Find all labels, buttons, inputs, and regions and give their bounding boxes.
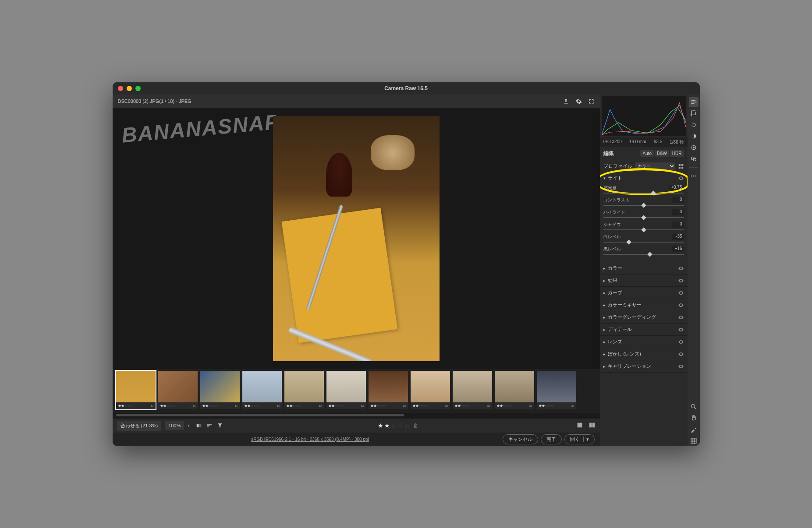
visibility-eye-icon[interactable] (678, 351, 684, 357)
slider-value[interactable]: +0.75 (669, 185, 684, 191)
slider-value[interactable]: 0 (672, 222, 684, 228)
filmstrip-thumb[interactable]: ★★☆☆☆≋ (200, 371, 240, 409)
section-blur: ▸ぼかし (レンズ) (600, 348, 688, 360)
zoom-100-button[interactable]: 100% (165, 421, 184, 430)
filmstrip-thumb[interactable]: ★★☆☆☆≋ (116, 371, 156, 409)
section-detail: ▸ディテール (600, 324, 688, 336)
slider-track[interactable] (603, 252, 684, 257)
edit-tool-button[interactable] (689, 97, 699, 107)
minimize-window-button[interactable] (127, 86, 132, 91)
filmstrip-thumb[interactable]: ★★☆☆☆≋ (242, 371, 282, 409)
clear-rating-icon[interactable]: 🗑 (413, 422, 418, 429)
slider-value[interactable]: 0 (672, 209, 684, 215)
section-calib-header[interactable]: ▸キャリブレーション (600, 360, 688, 372)
compare-icon[interactable] (196, 422, 202, 429)
chevron-right-icon: ▸ (603, 340, 608, 344)
file-info-label: DSC00003 (2).JPG(1 / 18) - JPEG (118, 99, 191, 104)
filmstrip-thumb[interactable]: ★★☆☆☆≋ (495, 371, 534, 409)
svg-point-12 (692, 123, 695, 127)
section-effects: ▸効果 (600, 275, 688, 287)
settings-gear-icon[interactable] (575, 98, 582, 105)
cancel-button[interactable]: キャンセル (503, 434, 538, 444)
preview-image (273, 116, 440, 361)
slider-track[interactable] (603, 191, 684, 195)
section-lens-header[interactable]: ▸レンズ (600, 336, 688, 348)
presets-button[interactable] (689, 154, 699, 164)
filmstrip-thumb[interactable]: ★★☆☆☆≋ (158, 371, 198, 409)
section-light-header[interactable]: ▾ ライト (600, 172, 688, 184)
visibility-eye-icon[interactable] (678, 363, 684, 370)
slider-track[interactable] (603, 240, 684, 244)
slider-value[interactable]: -35 (672, 234, 684, 240)
slider-track[interactable] (603, 203, 684, 208)
rating-control[interactable]: ★★☆☆☆🗑 (227, 422, 569, 429)
split-view-icon[interactable] (589, 422, 596, 429)
visibility-eye-icon[interactable] (678, 290, 684, 296)
slider-label: シャドウ (603, 222, 621, 228)
svg-point-15 (693, 147, 695, 148)
visibility-eye-icon[interactable] (678, 265, 684, 271)
filmstrip-thumb[interactable]: ★★☆☆☆≋ (369, 371, 408, 409)
filmstrip-thumb[interactable]: ★★☆☆☆≋ (537, 371, 576, 409)
hand-tool-button[interactable] (689, 413, 699, 423)
filter-icon[interactable] (217, 422, 223, 429)
bw-button[interactable]: B&W (655, 150, 669, 157)
sort-icon[interactable] (206, 422, 213, 429)
single-view-icon[interactable] (576, 422, 583, 429)
visibility-eye-icon[interactable] (678, 339, 684, 345)
filmstrip: ★★☆☆☆≋★★☆☆☆≋★★☆☆☆≋★★☆☆☆≋★★☆☆☆≋★★☆☆☆≋★★☆☆… (113, 369, 600, 413)
visibility-eye-icon[interactable] (678, 175, 684, 181)
filmstrip-thumb[interactable]: ★★☆☆☆≋ (453, 371, 492, 409)
section-curve-header[interactable]: ▸カーブ (600, 287, 688, 299)
image-canvas[interactable]: BANANASNAP (113, 108, 600, 369)
fullscreen-icon[interactable] (588, 98, 595, 105)
zoom-window-button[interactable] (135, 86, 141, 91)
open-button[interactable]: 開く▾ (564, 434, 595, 444)
section-blur-header[interactable]: ▸ぼかし (レンズ) (600, 348, 688, 360)
slider-value[interactable]: +16 (672, 246, 684, 252)
export-icon[interactable] (563, 98, 569, 105)
image-spec-link[interactable]: sRGB IEC61966-2.1 - 16 bit - 2368 x 3568… (118, 437, 503, 442)
section-grading-header[interactable]: ▸カラーグレーディング (600, 311, 688, 323)
slider-row: ハイライト0 (603, 209, 684, 220)
chevron-right-icon: ▸ (603, 303, 608, 307)
done-button[interactable]: 完了 (541, 434, 562, 444)
filmstrip-scrollbar[interactable] (116, 413, 596, 417)
section-effects-header[interactable]: ▸効果 (600, 275, 688, 286)
sampler-tool-button[interactable] (689, 425, 699, 434)
filmstrip-thumb[interactable]: ★★☆☆☆≋ (284, 371, 324, 409)
close-window-button[interactable] (118, 86, 123, 91)
slider-value[interactable]: 0 (672, 197, 684, 203)
fit-zoom-button[interactable]: 合わせる (21.3%) (117, 421, 162, 431)
exif-focal: 16.0 mm (629, 139, 646, 145)
filmstrip-thumb[interactable]: ★★☆☆☆≋ (411, 371, 450, 409)
auto-button[interactable]: Auto (640, 150, 654, 157)
hdr-button[interactable]: HDR (670, 150, 684, 157)
slider-track[interactable] (603, 215, 684, 220)
profile-browse-icon[interactable] (678, 163, 684, 169)
section-mixer-header[interactable]: ▸カラーミキサー (600, 299, 688, 311)
section-color-header[interactable]: ▸カラー (600, 262, 688, 274)
visibility-eye-icon[interactable] (678, 314, 684, 320)
grid-toggle-button[interactable] (689, 436, 699, 446)
chevron-right-icon: ▸ (603, 352, 608, 356)
zoom-tool-button[interactable] (689, 402, 699, 412)
heal-tool-button[interactable] (689, 120, 699, 130)
slider-label: ハイライト (603, 209, 625, 215)
section-label: ぼかし (レンズ) (608, 351, 678, 357)
visibility-eye-icon[interactable] (678, 278, 684, 284)
more-options-button[interactable] (689, 171, 699, 181)
profile-select[interactable]: カラー (635, 162, 675, 170)
filmstrip-thumb[interactable]: ★★☆☆☆≋ (326, 371, 366, 409)
slider-row: 黒レベル+16 (603, 246, 684, 257)
redeye-tool-button[interactable] (689, 143, 699, 152)
crop-tool-button[interactable] (689, 109, 699, 118)
chevron-right-icon: ▸ (603, 278, 608, 283)
mask-tool-button[interactable] (689, 131, 699, 141)
histogram[interactable] (602, 96, 686, 136)
slider-row: コントラスト0 (603, 197, 684, 208)
visibility-eye-icon[interactable] (678, 327, 684, 333)
slider-track[interactable] (603, 228, 684, 232)
visibility-eye-icon[interactable] (678, 302, 684, 308)
section-detail-header[interactable]: ▸ディテール (600, 324, 688, 335)
